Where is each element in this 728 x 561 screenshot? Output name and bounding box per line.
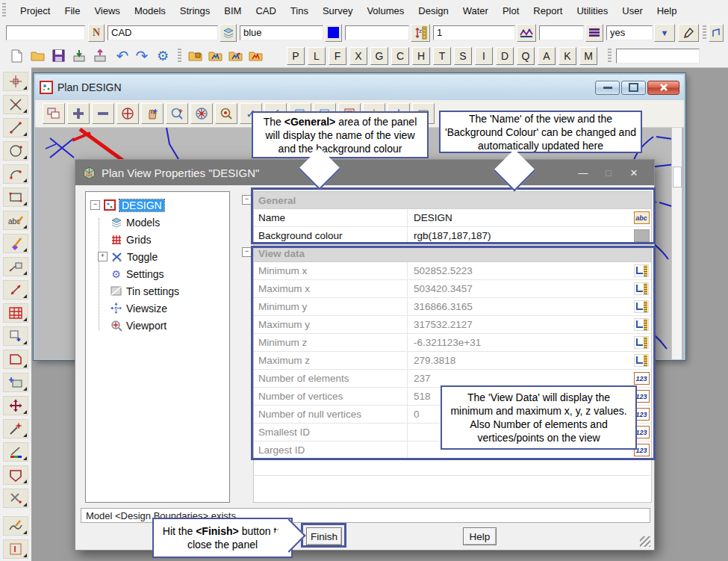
toolbar-grip[interactable] (178, 49, 181, 63)
key-fence[interactable]: F (329, 47, 346, 65)
expand-box[interactable]: + (98, 252, 108, 261)
key-x[interactable]: X (349, 47, 367, 65)
create-arc-icon[interactable] (3, 164, 28, 184)
tinable-field[interactable]: yes (606, 25, 653, 40)
insert-image-icon[interactable] (3, 373, 28, 392)
key-m[interactable]: M (579, 47, 597, 65)
menu-user[interactable]: User (622, 5, 642, 16)
intersect-icon[interactable] (3, 95, 28, 114)
annotate-point-icon[interactable] (3, 419, 28, 438)
tree-label-grids[interactable]: Grids (126, 234, 151, 246)
model-folder-icon[interactable] (186, 47, 204, 65)
library-folder-icon-2[interactable] (226, 47, 244, 65)
options-gear-icon[interactable]: ⚙ (154, 47, 172, 65)
plan-scrollbar-thumb[interactable] (673, 167, 682, 187)
tree-label-toggle[interactable]: Toggle (127, 251, 158, 263)
colour-field[interactable]: blue (240, 25, 323, 40)
menu-water[interactable]: Water (463, 5, 488, 16)
copy-element-icon[interactable] (3, 326, 28, 346)
xyz-pick-icon[interactable] (632, 318, 651, 331)
cad-toolbar-field[interactable]: CAD (108, 25, 218, 40)
collapse-viewdata-box[interactable]: − (242, 247, 252, 257)
create-circle-icon[interactable] (3, 141, 28, 161)
dialog-titlebar[interactable]: 12d Plan View Properties "DESIGN" — □ ✕ (75, 160, 654, 185)
toolbar-grip[interactable] (703, 25, 706, 40)
key-s[interactable]: S (454, 47, 472, 65)
tree-label-design[interactable]: DESIGN (119, 199, 164, 211)
tree-label-settings[interactable]: Settings (126, 268, 164, 280)
menu-survey[interactable]: Survey (323, 5, 352, 16)
clipped-toolbar-button[interactable] (709, 24, 724, 42)
grid-table-icon[interactable] (3, 303, 28, 323)
create-symbol-icon[interactable] (3, 234, 28, 253)
redo-icon[interactable]: ↷ (133, 47, 151, 65)
text-edit-icon[interactable]: abc (632, 211, 651, 224)
section-general[interactable]: General (254, 192, 651, 209)
name-snap-button[interactable]: N (88, 24, 105, 42)
eyedropper-icon[interactable] (678, 24, 699, 42)
snap-value-field[interactable] (6, 25, 85, 40)
plan-window-titlebar[interactable]: Plan DESIGN (35, 75, 684, 100)
linestyle-icon[interactable] (585, 24, 603, 42)
command-input[interactable] (616, 49, 700, 63)
maximize-button[interactable] (621, 81, 646, 95)
tree-label-models[interactable]: Models (126, 217, 160, 229)
undo-icon[interactable]: ↶ (113, 47, 131, 65)
key-t[interactable]: T (433, 47, 451, 65)
library-folder-icon-1[interactable] (206, 47, 224, 65)
xyz-pick-icon[interactable] (632, 336, 651, 349)
tree-label-viewport[interactable]: Viewport (126, 320, 167, 332)
menu-views[interactable]: Views (94, 5, 119, 16)
new-file-icon[interactable] (7, 47, 25, 65)
menu-strings[interactable]: Strings (180, 5, 210, 16)
finish-button[interactable]: Finish (306, 527, 342, 545)
menu-project[interactable]: Project (20, 5, 50, 16)
tree-label-viewsize[interactable]: Viewsize (126, 303, 167, 314)
minimize-button[interactable] (595, 81, 620, 95)
toolbar-grip[interactable] (2, 3, 6, 18)
freehand-icon[interactable] (3, 516, 28, 536)
move-icon[interactable] (3, 396, 28, 415)
collapse-box[interactable]: − (90, 200, 100, 210)
tree-item-toggle[interactable]: + Toggle (86, 248, 229, 265)
xyz-pick-icon[interactable] (632, 282, 651, 295)
dialog-minimize-button[interactable]: — (570, 160, 596, 185)
menu-cad[interactable]: CAD (255, 5, 276, 16)
close-button[interactable] (647, 81, 679, 95)
help-button[interactable]: Help (463, 527, 497, 545)
key-h[interactable]: H (412, 47, 430, 65)
measure-icon[interactable] (3, 280, 28, 300)
key-k[interactable]: K (559, 47, 576, 65)
key-d[interactable]: D (496, 47, 514, 65)
key-grid[interactable]: G (370, 47, 388, 65)
key-lines[interactable]: L (308, 47, 326, 65)
menu-utilities[interactable]: Utilities (576, 5, 608, 16)
layers-icon[interactable] (220, 24, 237, 42)
menu-file[interactable]: File (64, 5, 80, 16)
tree-item-grids[interactable]: Grids (86, 231, 229, 248)
collapse-general-box[interactable]: − (242, 195, 252, 205)
tile-views-icon[interactable] (43, 103, 65, 124)
interface-icon[interactable]: I (3, 539, 28, 559)
name-value-field[interactable]: DESIGN (408, 212, 632, 223)
tree-item-settings[interactable]: ⚙ Settings (86, 265, 229, 282)
save-icon[interactable] (49, 47, 67, 65)
colour-swatch-icon[interactable] (632, 229, 651, 242)
height-ruler-icon[interactable]: z (411, 24, 430, 42)
zoom-out-icon[interactable] (92, 103, 114, 124)
menu-help[interactable]: Help (657, 5, 677, 16)
toolbar-grip[interactable] (608, 49, 612, 63)
tree-item-viewport[interactable]: Viewport (86, 317, 229, 334)
create-line-icon[interactable] (3, 118, 28, 137)
menu-bim[interactable]: BIM (224, 5, 241, 16)
menu-plot[interactable]: Plot (503, 5, 519, 16)
tree-item-design[interactable]: − DESIGN (86, 196, 229, 214)
key-i[interactable]: I (475, 47, 493, 65)
export-icon[interactable] (91, 47, 109, 65)
number-icon[interactable]: 123 (632, 372, 651, 385)
dialog-maximize-button[interactable]: □ (596, 160, 621, 185)
key-plan[interactable]: P (287, 47, 305, 65)
create-text-icon[interactable]: abc (3, 211, 28, 230)
tree-item-tin-settings[interactable]: Tin settings (86, 282, 229, 300)
background-colour-field[interactable]: rgb(187,187,187) (408, 230, 632, 241)
